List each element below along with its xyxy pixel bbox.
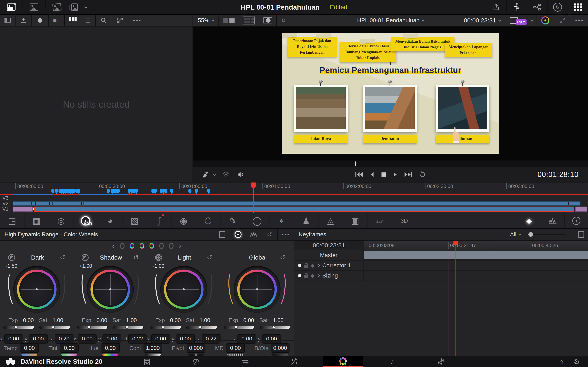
loop-button[interactable]: [419, 171, 426, 178]
exp-slider[interactable]: [77, 325, 108, 329]
color-page-button[interactable]: [323, 356, 363, 367]
timelines-icon[interactable]: [507, 0, 527, 14]
lightbox-icon[interactable]: [568, 0, 588, 14]
sat-value[interactable]: 1.00: [271, 317, 286, 324]
audio-mute-icon[interactable]: [236, 171, 244, 178]
timeline-marker[interactable]: [77, 189, 80, 194]
grid-view-icon[interactable]: [65, 15, 81, 26]
magic-mask-icon[interactable]: ♟: [294, 213, 319, 228]
color-wheel[interactable]: [13, 266, 60, 313]
timeline-marker[interactable]: [207, 189, 210, 194]
chevron-right-icon[interactable]: [317, 264, 320, 267]
nodes-icon[interactable]: [527, 0, 547, 14]
multi-view-icon[interactable]: [239, 15, 259, 26]
reset-icon[interactable]: ↻: [60, 254, 65, 261]
keyframe-diamond-icon[interactable]: ◆: [311, 263, 314, 268]
edit-page-button[interactable]: [225, 356, 265, 367]
sizing-icon[interactable]: ▱: [367, 213, 392, 228]
timeline-marker[interactable]: [72, 189, 76, 194]
timeline-marker[interactable]: [52, 189, 54, 194]
grab-still-download-icon[interactable]: [16, 15, 31, 26]
highlight-wipe-icon[interactable]: [259, 15, 276, 26]
contrast-value[interactable]: 1.000: [144, 343, 162, 353]
split-screen-stills-icon[interactable]: ][: [68, 3, 86, 11]
wipe-layers-icon[interactable]: [222, 171, 229, 178]
viewer-timeline-select[interactable]: HPL 00-01 Pendahuluan: [357, 17, 424, 24]
gallery-sidebar-toggle-icon[interactable]: [0, 15, 15, 26]
export-icon[interactable]: [486, 0, 506, 14]
sat-value[interactable]: 1.00: [124, 317, 139, 324]
dark-range-icon[interactable]: [8, 254, 15, 261]
proxy-toggle[interactable]: PXY: [506, 15, 536, 26]
hdr-palette-icon[interactable]: HDR: [73, 213, 98, 228]
sat-slider[interactable]: [39, 325, 70, 329]
motion-effects-icon[interactable]: ▧: [122, 213, 147, 228]
tracker-icon[interactable]: ⌖: [269, 213, 294, 228]
color-match-icon[interactable]: ▦: [25, 213, 49, 228]
effects-icon[interactable]: fx: [548, 0, 568, 14]
step-back-button[interactable]: [369, 171, 374, 178]
timeline-ruler[interactable]: 00:00:00:00 00:00:30:00 00:01:00:00 00:0…: [0, 183, 588, 191]
stop-button[interactable]: [380, 171, 387, 178]
settings-gear-icon[interactable]: ⚙: [574, 358, 580, 366]
gallery-options-icon[interactable]: •••: [129, 15, 146, 26]
color-wheel[interactable]: [160, 266, 207, 313]
go-to-start-button[interactable]: [355, 171, 363, 178]
timeline-marker[interactable]: [170, 189, 173, 194]
hdr-reset-icon[interactable]: ↻: [262, 229, 278, 240]
timeline-marker[interactable]: [154, 189, 157, 194]
v2-clip[interactable]: [13, 201, 580, 206]
keyframes-grid-area[interactable]: [364, 251, 588, 356]
v1-clip-selected[interactable]: [34, 207, 574, 212]
viewer-timecode[interactable]: 00:00:23:31: [464, 17, 506, 24]
pivot-value[interactable]: 0.000: [187, 343, 205, 353]
sat-slider[interactable]: [186, 325, 217, 329]
hdr-wheels-mode-icon[interactable]: [230, 229, 246, 240]
temp-value[interactable]: 0.00: [20, 343, 39, 353]
keyframes-toggle-icon[interactable]: ◈: [517, 213, 541, 228]
keyframe-diamond-icon[interactable]: ◆: [311, 273, 314, 278]
gallery-zoom-knob[interactable]: [38, 18, 42, 23]
color-picker-icon[interactable]: [202, 171, 215, 178]
timeline-marker[interactable]: [117, 189, 120, 194]
lock-icon[interactable]: [304, 265, 308, 268]
color-wheel[interactable]: [87, 266, 134, 313]
timeline-marker[interactable]: [107, 189, 110, 194]
light-range-icon[interactable]: [155, 254, 162, 261]
fusion-page-button[interactable]: [274, 356, 314, 367]
exp-value[interactable]: 0.00: [95, 317, 109, 324]
color-wheels-icon[interactable]: ◎: [49, 213, 73, 228]
hdr-panel-expand-icon[interactable]: [214, 229, 230, 240]
zone-dot[interactable]: [120, 243, 125, 249]
v1-clip-purple-end[interactable]: [575, 207, 587, 212]
scrub-position-indicator[interactable]: [355, 161, 356, 166]
nav-left-icon[interactable]: ‹: [112, 242, 115, 250]
enhanced-viewer-wand-icon[interactable]: [536, 15, 554, 26]
enable-dot-icon[interactable]: [298, 274, 301, 277]
color-wheel[interactable]: [233, 266, 281, 313]
timeline-marker[interactable]: [135, 189, 138, 194]
color-warper-icon[interactable]: ⬡: [196, 213, 221, 228]
zone-dot-active[interactable]: [130, 243, 134, 249]
search-icon[interactable]: [96, 15, 112, 26]
expand-panel-icon[interactable]: [112, 15, 128, 26]
timeline-marker[interactable]: [164, 189, 167, 194]
keyframes-zoom-slider[interactable]: [527, 234, 566, 235]
sat-value[interactable]: 1.00: [51, 317, 65, 324]
zone-dot[interactable]: [159, 243, 164, 249]
color-slice-icon[interactable]: ◉: [172, 213, 196, 228]
lock-icon[interactable]: [304, 275, 308, 278]
keyframes-zoom-knob[interactable]: [528, 232, 533, 237]
grab-still-icon[interactable]: ⁕: [7, 3, 16, 11]
keyframes-ruler[interactable]: 00:00:23:31 00:00:03:08 00:00:21:47 00:0…: [294, 241, 588, 250]
exp-value[interactable]: 0.00: [168, 317, 183, 324]
enable-dot-icon[interactable]: [298, 264, 301, 267]
scopes-icon[interactable]: [541, 213, 564, 228]
exp-slider[interactable]: [150, 325, 181, 329]
keyframes-expand-icon[interactable]: [574, 229, 588, 240]
timeline-playhead[interactable]: [253, 183, 254, 213]
viewer-zoom-select[interactable]: 55%: [193, 15, 218, 26]
exp-slider[interactable]: [224, 325, 254, 329]
gallery-stills-icon[interactable]: [53, 3, 61, 11]
hdr-curve-mode-icon[interactable]: [246, 229, 262, 240]
